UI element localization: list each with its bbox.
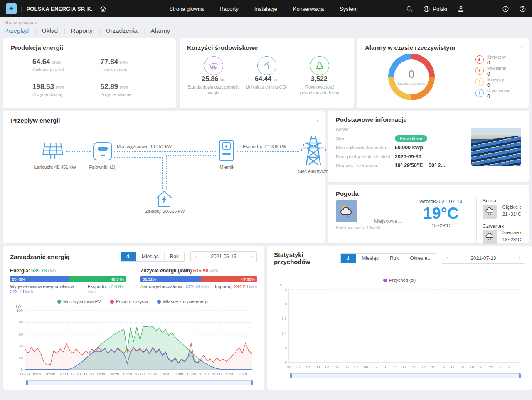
flow-detail-chevron[interactable]: › bbox=[317, 117, 319, 124]
info-address: Adres: bbox=[336, 126, 450, 132]
rain-cloud-icon bbox=[483, 230, 497, 244]
revenue-date-picker[interactable]: ‹ 2021-07-13 › bbox=[442, 253, 525, 264]
flow-line-inverter-branch bbox=[114, 157, 163, 158]
flow-string-label: Łańcuch: 48.451 kW bbox=[32, 165, 78, 170]
flame-icon bbox=[475, 55, 484, 64]
date-value: 2021-07-13 bbox=[452, 255, 515, 261]
tab-urzadzenia[interactable]: Urządzenia bbox=[106, 26, 138, 35]
tab-przeglad[interactable]: Przegląd bbox=[4, 26, 29, 35]
revenue-chart-scrollbar[interactable] bbox=[290, 373, 521, 378]
tab-month[interactable]: Miesiąc bbox=[136, 252, 165, 261]
breadcrumb-separator: > bbox=[35, 20, 37, 25]
alarms-detail-chevron[interactable]: › bbox=[521, 44, 523, 51]
card-produkcja-energii: Produkcja energii 64.64MWh Całkowity uzy… bbox=[3, 38, 176, 108]
tab-separator: | bbox=[143, 27, 145, 34]
weather-temp: 19°C bbox=[410, 205, 472, 223]
forecast-divider bbox=[483, 221, 521, 221]
metric-yield-today: 77.84kWh Uzysk dzisiaj bbox=[101, 58, 169, 72]
coal-cart-icon bbox=[204, 56, 223, 75]
generation-stats: Energia: 639.73kWh 50.46% 49.54% Wygener… bbox=[10, 268, 126, 294]
nav-item-system[interactable]: System bbox=[340, 6, 357, 12]
card-title: Alarmy w czasie rzeczywistym bbox=[365, 44, 521, 51]
main-menu: Strona główna Raporty Instalacje Konserw… bbox=[169, 6, 357, 12]
language-selector[interactable]: Polski bbox=[423, 5, 447, 12]
tab-year[interactable]: Rok bbox=[165, 252, 184, 261]
nav-item-konserwacja[interactable]: Konserwacja bbox=[293, 6, 324, 12]
tab-day[interactable]: d. bbox=[341, 254, 356, 263]
card-title: Zarządzanie energią bbox=[10, 253, 69, 260]
search-icon[interactable] bbox=[406, 5, 413, 12]
tab-day[interactable]: d. bbox=[121, 252, 136, 261]
load-house-icon bbox=[154, 189, 175, 210]
card-title: Produkcja energii bbox=[11, 44, 168, 51]
env-item-coal: 25.86ton Standardowa oszczędność węgla bbox=[187, 56, 240, 96]
info-icon[interactable] bbox=[502, 5, 509, 12]
flow-inverter-label: Falownik: (2) bbox=[84, 165, 121, 170]
co2-factory-icon bbox=[257, 56, 276, 75]
plant-photo bbox=[471, 128, 521, 166]
card-pogoda: Pogoda Prędkość wiatru 13km/h Miejscowe … bbox=[328, 185, 529, 243]
tab-period[interactable]: Okres e... bbox=[404, 254, 436, 263]
card-zarzadzanie-energia: Zarządzanie energią d. Miesiąc Rok ‹ 202… bbox=[3, 246, 264, 390]
tab-separator: | bbox=[64, 27, 65, 34]
env-item-trees: 3,522 Równowartość posadzonych drzew bbox=[293, 56, 346, 96]
help-icon[interactable] bbox=[519, 5, 526, 12]
home-icon[interactable] bbox=[99, 5, 107, 12]
next-date-arrow[interactable]: › bbox=[515, 255, 525, 261]
info-capacity: Moc całkowita łańcucha:50.000 kWp bbox=[336, 145, 450, 151]
power-grid-icon bbox=[300, 133, 326, 169]
energy-chart-scrollbar[interactable] bbox=[26, 380, 253, 385]
tree-icon bbox=[310, 56, 329, 75]
tab-separator: | bbox=[99, 27, 100, 34]
nav-item-raporty[interactable]: Raporty bbox=[219, 6, 239, 12]
next-date-arrow[interactable]: › bbox=[246, 254, 256, 259]
tab-separator: | bbox=[34, 27, 36, 34]
energy-line-chart bbox=[10, 304, 257, 378]
alarm-legend: Krytyczny0 Poważne:0 ! Mniejszy0 i Ostrz… bbox=[475, 54, 510, 100]
wind-speed: Prędkość wiatru 13km/h bbox=[336, 225, 374, 230]
flow-line-string-inverter bbox=[66, 151, 91, 152]
tab-uklad[interactable]: Układ bbox=[42, 26, 58, 35]
prev-date-arrow[interactable]: ‹ bbox=[191, 254, 201, 259]
card-korzysci-srodowiskowe: Korzyści środowiskowe 25.86ton Standardo… bbox=[180, 38, 354, 108]
tab-year[interactable]: Rok bbox=[384, 254, 404, 263]
company-name: POLSKA ENERGIA SP. K. bbox=[26, 6, 93, 12]
forecast-wednesday: Środa Ciężkie opady de... 21~31°C bbox=[483, 198, 521, 219]
flow-export-label: Eksportuj: 27.836 kW bbox=[243, 144, 286, 149]
energy-date-picker[interactable]: ‹ 2021-06-19 › bbox=[190, 251, 257, 262]
legend-pv-output: Moc wyjściowa PV bbox=[57, 299, 101, 304]
tab-month[interactable]: Miesiąc bbox=[356, 254, 384, 263]
language-label: Polski bbox=[433, 6, 447, 12]
metric-total-yield: 64.64MWh Całkowity uzysk bbox=[32, 58, 101, 72]
alarm-total-label: Liczba alarmów bbox=[398, 81, 425, 86]
breadcrumb: Strona główna> bbox=[4, 20, 532, 25]
info-coordinates: Długość i szerokość:19° 29'50"E 50° 2... bbox=[336, 163, 450, 168]
inverter-icon bbox=[92, 141, 113, 163]
nav-right-group: Polski bbox=[406, 5, 526, 12]
app-logo[interactable]: ✦ bbox=[6, 3, 17, 14]
alarm-warning: i Ostrzeżenie0 bbox=[475, 88, 510, 99]
alarm-major: Poważne:0 bbox=[475, 66, 510, 77]
exclamation-icon: ! bbox=[475, 78, 484, 86]
weather-temp-range: 15~29°C bbox=[410, 223, 472, 228]
solar-string-icon bbox=[41, 141, 65, 164]
card-title: Przepływ energii bbox=[11, 117, 317, 124]
tab-raporty[interactable]: Raporty bbox=[71, 26, 93, 35]
user-icon[interactable] bbox=[457, 5, 465, 12]
prev-date-arrow[interactable]: ‹ bbox=[442, 255, 452, 261]
flow-grid-label: Sieć elektryczna bbox=[297, 169, 332, 174]
legend-self-use: Własne zużycie energii bbox=[157, 299, 210, 304]
legend-revenue: Przychód (zł) bbox=[383, 278, 416, 283]
revenue-period-tabs: d. Miesiąc Rok Okres e... bbox=[340, 253, 436, 263]
nav-item-instalacje[interactable]: Instalacje bbox=[254, 6, 277, 12]
energy-period-tabs: d. Miesiąc Rok bbox=[121, 252, 185, 262]
metric-consumption-today: 198.53kWh Zużycie dzisiaj bbox=[32, 83, 101, 97]
alarm-donut-chart: 0 Liczba alarmów bbox=[388, 54, 435, 100]
top-nav: ✦ | POLSKA ENERGIA SP. K. Strona główna … bbox=[0, 0, 532, 17]
tab-alarmy[interactable]: Alarmy bbox=[151, 26, 170, 35]
globe-icon bbox=[423, 5, 430, 12]
breadcrumb-home[interactable]: Strona główna bbox=[4, 20, 33, 25]
nav-item-strona-glowna[interactable]: Strona główna bbox=[169, 6, 204, 12]
flow-load-label: Załaduj: 20.615 kW bbox=[142, 209, 188, 214]
weather-date: Wtorek2021-07-13 bbox=[410, 199, 472, 205]
